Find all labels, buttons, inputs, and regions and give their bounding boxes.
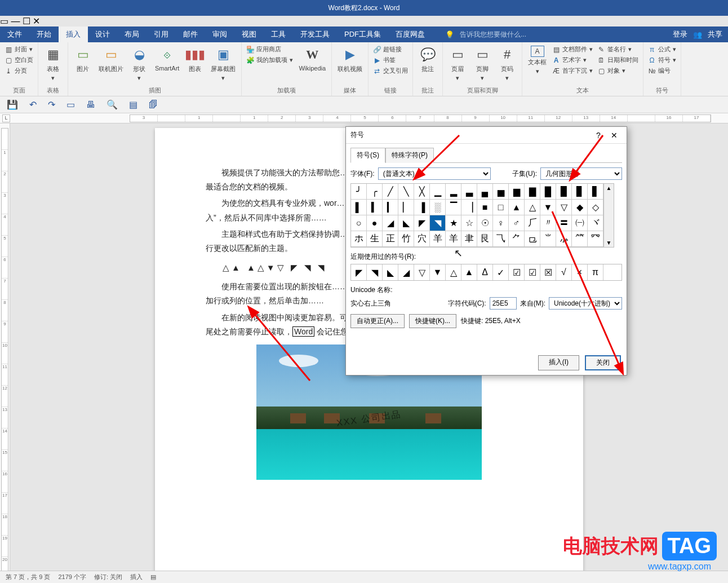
symbol-cell[interactable]: ╭: [367, 184, 383, 200]
symbol-cell[interactable]: ☉: [477, 215, 493, 231]
symbol-cell[interactable]: ♂: [509, 215, 525, 231]
help-icon[interactable]: ?: [591, 131, 606, 140]
symbol-cell[interactable]: ▊: [572, 184, 588, 200]
symbol-cell[interactable]: 生: [367, 231, 383, 247]
symbol-cell[interactable]: ⺮: [572, 231, 588, 247]
symbol-cell[interactable]: █: [540, 184, 556, 200]
redo-icon[interactable]: ↷: [48, 99, 55, 110]
recent-symbol-cell[interactable]: π: [588, 264, 603, 280]
symbol-cell[interactable]: ♀: [493, 215, 509, 231]
recent-symbol-cell[interactable]: ☑: [509, 264, 525, 280]
grid-scrollbar[interactable]: ▲▼: [604, 183, 614, 248]
tab-mailings[interactable]: 邮件: [176, 26, 205, 42]
dialog-tab-symbols[interactable]: 符号(S): [350, 148, 385, 163]
symbol-cell[interactable]: ⺈: [509, 231, 525, 247]
symbol-button[interactable]: Ω符号 ▾: [647, 55, 677, 65]
online-video-button[interactable]: ▶联机视频: [335, 45, 365, 85]
symbol-cell[interactable]: ▽: [556, 200, 572, 215]
symbol-cell[interactable]: 〓: [556, 215, 572, 231]
symbol-cell[interactable]: ▂: [446, 184, 461, 200]
symbol-cell[interactable]: 〃: [540, 215, 556, 231]
close-button[interactable]: 关闭: [585, 355, 621, 370]
recent-symbol-cell[interactable]: ◤: [351, 264, 367, 280]
symbol-cell[interactable]: ▆: [509, 184, 525, 200]
recent-symbol-cell[interactable]: ×: [572, 264, 588, 280]
pictures-button[interactable]: ▭图片: [72, 45, 94, 85]
symbol-cell[interactable]: ◇: [588, 200, 603, 215]
share-button[interactable]: 共享: [708, 29, 722, 39]
subset-select[interactable]: 几何图形符: [540, 167, 622, 180]
header-button[interactable]: ▭页眉 ▾: [446, 45, 469, 85]
symbol-cell[interactable]: ○: [351, 215, 367, 231]
cross-ref-button[interactable]: ⇄交叉引用: [372, 66, 409, 76]
quick-parts-button[interactable]: ▤文档部件 ▾: [551, 45, 594, 54]
wikipedia-button[interactable]: WWikipedia: [296, 45, 328, 85]
shortcut-key-button[interactable]: 快捷键(K)...: [409, 314, 456, 328]
my-addins-button[interactable]: 🧩我的加载项 ▾: [245, 55, 294, 65]
symbol-cell[interactable]: ▌: [351, 200, 367, 215]
undo-icon[interactable]: ↶: [29, 99, 37, 110]
hyperlink-button[interactable]: 🔗超链接: [372, 45, 409, 54]
symbol-cell[interactable]: ◢: [383, 215, 398, 231]
tab-tools[interactable]: 工具: [264, 26, 293, 42]
horizontal-ruler[interactable]: 3112345678910111213141617: [130, 114, 711, 122]
symbol-cell[interactable]: ░: [430, 200, 446, 215]
symbol-cell[interactable]: ▁: [430, 184, 446, 200]
symbol-cell[interactable]: ㈠: [572, 215, 588, 231]
symbol-cell[interactable]: 竹: [398, 231, 414, 247]
qat-icon-7[interactable]: ▤: [129, 99, 137, 110]
symbol-cell[interactable]: ◆: [572, 200, 588, 215]
symbol-cell[interactable]: ★: [446, 215, 461, 231]
from-select[interactable]: Unicode(十六进制): [549, 297, 622, 310]
tab-home[interactable]: 开始: [29, 26, 59, 42]
symbol-cell[interactable]: ▅: [493, 184, 509, 200]
signature-line-button[interactable]: ✎签名行 ▾: [596, 45, 640, 54]
tab-view[interactable]: 视图: [234, 26, 264, 42]
scroll-down-icon[interactable]: ▼: [606, 240, 612, 246]
cover-page-button[interactable]: ▥封面 ▾: [3, 45, 34, 54]
tab-developer[interactable]: 开发工具: [293, 26, 337, 42]
symbol-cell[interactable]: ╯: [351, 184, 367, 200]
recent-symbol-cell[interactable]: ◥: [367, 264, 383, 280]
font-select[interactable]: (普通文本): [378, 167, 491, 180]
login-link[interactable]: 登录: [673, 29, 687, 39]
symbol-cell[interactable]: □: [493, 200, 509, 215]
number-button[interactable]: №编号: [647, 66, 677, 76]
close-window-icon[interactable]: ✕: [33, 16, 40, 26]
ribbon-display-options-icon[interactable]: ▭: [0, 16, 8, 26]
symbol-grid[interactable]: ╯╭╱╲╳▁▂▃▄▅▆▇█▉▊▋▌▍▎▏▐░▔▕■□▲△▼▽◆◇○●◢◣◤◥★☆…: [350, 183, 604, 248]
insert-button[interactable]: 插入(I): [538, 355, 579, 370]
symbol-cell[interactable]: ⺁: [525, 215, 540, 231]
tab-design[interactable]: 设计: [88, 26, 117, 42]
recent-symbol-cell[interactable]: ◢: [398, 264, 414, 280]
dialog-close-icon[interactable]: ✕: [606, 131, 622, 140]
recent-symbol-cell[interactable]: ◣: [383, 264, 398, 280]
recent-symbols[interactable]: ◤◥◣◢▽▼△▲Δ✓☑☑☒√×π: [350, 264, 622, 281]
tab-baidu[interactable]: 百度网盘: [388, 26, 432, 42]
date-time-button[interactable]: 🗓日期和时间: [596, 55, 640, 65]
symbol-cell[interactable]: ◤: [414, 215, 430, 231]
symbol-cell[interactable]: ▄: [477, 184, 493, 200]
object-button[interactable]: ▢对象 ▾: [596, 66, 640, 76]
symbol-cell[interactable]: ●: [367, 215, 383, 231]
symbol-cell[interactable]: 羊: [430, 231, 446, 247]
dialog-tab-special[interactable]: 特殊字符(P): [385, 148, 434, 163]
footer-button[interactable]: ▭页脚 ▾: [471, 45, 494, 85]
symbol-cell[interactable]: ╲: [398, 184, 414, 200]
tab-pdf[interactable]: PDF工具集: [337, 26, 388, 42]
qat-icon-6[interactable]: 🔍: [106, 99, 118, 110]
store-button[interactable]: 🏪应用商店: [245, 45, 294, 54]
recent-symbol-cell[interactable]: ☒: [540, 264, 556, 280]
symbol-cell[interactable]: ⺌: [540, 231, 556, 247]
symbol-cell[interactable]: 聿: [461, 231, 477, 247]
bookmark-button[interactable]: ▶书签: [372, 55, 409, 65]
symbol-cell[interactable]: 艮: [477, 231, 493, 247]
symbol-cell[interactable]: ホ: [351, 231, 367, 247]
symbol-cell[interactable]: ╱: [383, 184, 398, 200]
page-number-button[interactable]: #页码 ▾: [496, 45, 518, 85]
smartart-button[interactable]: ⟐SmartArt: [153, 45, 181, 85]
symbol-cell[interactable]: ▐: [414, 200, 430, 215]
drop-cap-button[interactable]: Æ首字下沉 ▾: [551, 66, 594, 76]
tab-layout[interactable]: 布局: [117, 26, 147, 42]
symbol-cell[interactable]: ▃: [461, 184, 477, 200]
